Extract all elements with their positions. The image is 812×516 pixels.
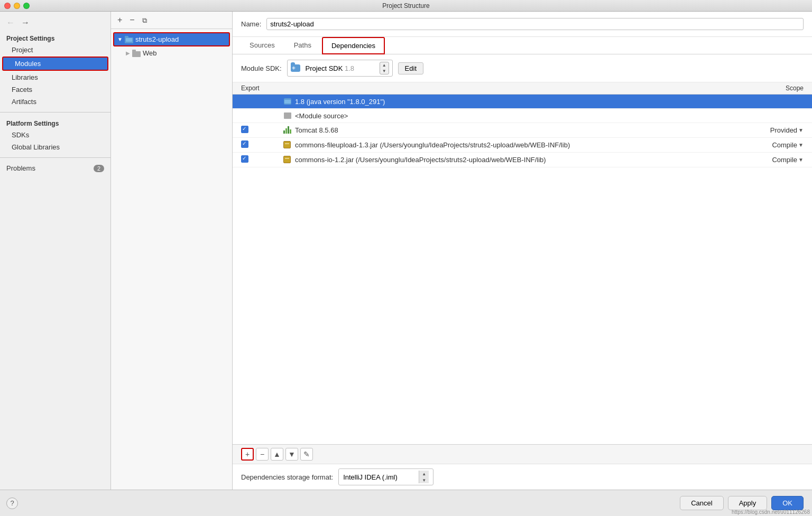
sidebar-item-facets[interactable]: Facets [0, 83, 110, 96]
remove-dep-button[interactable]: − [256, 448, 269, 461]
svg-rect-3 [132, 51, 141, 57]
export-col-header: Export [241, 85, 283, 92]
fileupload-scope[interactable]: Compile ▼ [745, 141, 804, 149]
child-arrow: ▶ [126, 50, 130, 56]
back-button[interactable]: ← [5, 18, 16, 27]
root-module-label: struts2-upload [135, 35, 179, 43]
problems-badge: 2 [94, 165, 104, 172]
name-label: Name: [241, 20, 261, 28]
content-area: Name: Sources Paths Dependencies Module … [233, 12, 812, 490]
fileupload-checkbox[interactable] [241, 140, 248, 148]
fileupload-jar-icon [283, 141, 292, 149]
cancel-button[interactable]: Cancel [680, 496, 723, 510]
sidebar: ← → Project Settings Project Modules Lib… [0, 12, 111, 490]
sidebar-item-artifacts[interactable]: Artifacts [0, 96, 110, 108]
web-module-label: Web [143, 49, 157, 57]
dep-row-jdk[interactable]: 1.8 (java version "1.8.0_291") [233, 95, 812, 109]
tomcat-icon [283, 126, 292, 135]
module-source-name: <Module source> [295, 112, 745, 120]
move-down-button[interactable]: ▼ [285, 448, 298, 461]
window-title: Project Structure [382, 2, 429, 10]
maximize-button[interactable] [23, 3, 30, 9]
name-col-header [283, 85, 745, 92]
commons-io-checkbox[interactable] [241, 155, 248, 163]
minimize-button[interactable] [14, 3, 20, 9]
help-button[interactable]: ? [6, 498, 18, 509]
copy-module-button[interactable]: ⧉ [140, 16, 149, 25]
tomcat-checkbox[interactable] [241, 126, 248, 133]
sdk-row: Module SDK: Project SDK 1.8 ▲ ▼ Edit [233, 54, 812, 82]
nav-back-fwd: ← → [0, 16, 110, 32]
storage-format-value: IntelliJ IDEA (.iml) [343, 473, 416, 481]
commons-io-export-cell [241, 155, 283, 164]
storage-format-row: Dependencies storage format: IntelliJ ID… [233, 464, 812, 490]
traffic-lights [4, 3, 30, 9]
tree-item-root[interactable]: ▼ struts2-upload [113, 32, 230, 46]
web-folder-icon [132, 50, 141, 57]
add-dep-button[interactable]: + [241, 448, 254, 461]
tab-paths[interactable]: Paths [285, 37, 320, 54]
problems-row[interactable]: Problems 2 [0, 162, 110, 174]
tab-dependencies[interactable]: Dependencies [322, 37, 385, 54]
tree-arrow: ▼ [117, 36, 123, 42]
close-button[interactable] [4, 3, 11, 9]
sdk-folder-icon [291, 64, 300, 72]
name-row: Name: [233, 12, 812, 37]
jdk-icon [283, 97, 292, 106]
sidebar-item-modules[interactable]: Modules [2, 57, 108, 71]
svg-rect-6 [284, 100, 291, 104]
tab-sources[interactable]: Sources [241, 37, 283, 54]
svg-rect-1 [125, 36, 128, 38]
content-spacer [233, 269, 812, 444]
deps-list: 1.8 (java version "1.8.0_291") <Module s… [233, 95, 812, 269]
sdk-down-arrow[interactable]: ▼ [380, 68, 389, 74]
watermark: https://blog.csdn.net/u011126268 [730, 508, 812, 516]
sdk-select-text: Project SDK 1.8 [306, 64, 376, 72]
sidebar-item-project[interactable]: Project [0, 44, 110, 56]
deps-bottom-toolbar: + − ▲ ▼ ✎ [233, 444, 812, 464]
edit-dep-button[interactable]: ✎ [300, 448, 313, 461]
fileupload-name: commons-fileupload-1.3.jar (/Users/young… [295, 141, 745, 149]
storage-format-spinner[interactable]: ▲ ▼ [419, 471, 429, 483]
main-container: ← → Project Settings Project Modules Lib… [0, 12, 812, 490]
commons-io-scope[interactable]: Compile ▼ [745, 156, 804, 164]
svg-rect-2 [126, 38, 132, 42]
dep-row-commons-io[interactable]: commons-io-1.2.jar (/Users/younglu/IdeaP… [233, 153, 812, 167]
remove-module-button[interactable]: − [127, 15, 136, 25]
dep-row-commons-fileupload[interactable]: commons-fileupload-1.3.jar (/Users/young… [233, 138, 812, 153]
move-up-button[interactable]: ▲ [271, 448, 283, 461]
sdk-label: Module SDK: [241, 64, 282, 72]
problems-label: Problems [6, 164, 35, 172]
commons-io-jar-icon [283, 156, 292, 164]
module-source-icon [283, 111, 292, 120]
sdk-up-arrow[interactable]: ▲ [380, 62, 389, 68]
sidebar-item-global-libraries[interactable]: Global Libraries [0, 141, 110, 153]
sidebar-item-libraries[interactable]: Libraries [0, 71, 110, 83]
forward-button[interactable]: → [20, 18, 31, 27]
storage-format-select[interactable]: IntelliJ IDEA (.iml) ▲ ▼ [338, 468, 433, 485]
sdk-select[interactable]: Project SDK 1.8 ▲ ▼ [287, 60, 393, 77]
fileupload-export-cell [241, 140, 283, 149]
tomcat-export-cell [241, 126, 283, 135]
sidebar-item-sdks[interactable]: SDKs [0, 129, 110, 141]
storage-format-up[interactable]: ▲ [419, 471, 429, 477]
name-input[interactable] [266, 18, 804, 30]
svg-rect-4 [132, 50, 136, 52]
edit-button[interactable]: Edit [398, 62, 423, 74]
platform-settings-label: Platform Settings [0, 117, 110, 129]
add-module-button[interactable]: + [115, 15, 124, 25]
commons-io-scope-dropdown[interactable]: ▼ [798, 157, 804, 163]
tomcat-name: Tomcat 8.5.68 [295, 126, 745, 134]
tomcat-scope[interactable]: Provided ▼ [745, 126, 804, 134]
svg-rect-7 [284, 112, 291, 119]
tree-content: ▼ struts2-upload ▶ [111, 29, 232, 490]
dep-row-tomcat[interactable]: Tomcat 8.5.68 Provided ▼ [233, 123, 812, 138]
fileupload-scope-dropdown[interactable]: ▼ [798, 142, 804, 148]
sdk-spinner[interactable]: ▲ ▼ [380, 62, 389, 74]
commons-io-name: commons-io-1.2.jar (/Users/younglu/IdeaP… [295, 156, 745, 164]
tomcat-scope-dropdown[interactable]: ▼ [798, 127, 804, 133]
dep-row-module-source[interactable]: <Module source> [233, 109, 812, 123]
project-settings-label: Project Settings [0, 32, 110, 44]
tree-item-web[interactable]: ▶ Web [111, 48, 232, 59]
storage-format-down[interactable]: ▼ [419, 477, 429, 483]
